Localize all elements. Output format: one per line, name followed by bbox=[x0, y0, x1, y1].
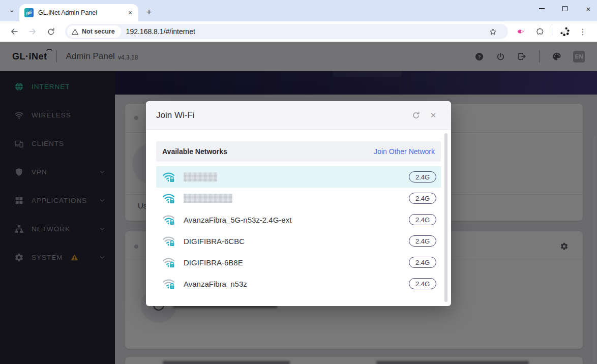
join-wifi-modal: Join Wi-Fi ✕ Available Networks Join Oth… bbox=[146, 101, 451, 306]
wifi-lock-icon bbox=[162, 235, 175, 247]
close-icon[interactable]: ✕ bbox=[429, 111, 438, 120]
network-ssid-redacted bbox=[184, 172, 217, 181]
back-icon[interactable] bbox=[8, 25, 21, 38]
browser-tab[interactable]: gli GL.iNet Admin Panel × bbox=[19, 4, 138, 21]
extension-pink-icon[interactable] bbox=[515, 25, 528, 38]
available-networks-bar: Available Networks Join Other Network bbox=[156, 141, 441, 162]
network-row[interactable]: DIGIFIBRA-6CBC2.4G bbox=[156, 230, 441, 252]
network-ssid: AvanzaFibra_5G-n53z-2.4G-ext bbox=[184, 216, 291, 224]
security-chip[interactable]: Not secure bbox=[67, 25, 121, 38]
toolbar-divider bbox=[552, 27, 552, 36]
reload-icon[interactable] bbox=[44, 25, 57, 38]
network-row[interactable]: 2.4G bbox=[156, 166, 441, 188]
bookmark-star-icon[interactable] bbox=[486, 25, 499, 38]
network-ssid: DIGIFIBRA-6CBC bbox=[184, 237, 245, 246]
wifi-lock-icon bbox=[162, 214, 175, 226]
available-networks-label: Available Networks bbox=[162, 147, 227, 156]
network-list: 2.4G2.4GAvanzaFibra_5G-n53z-2.4G-ext2.4G… bbox=[156, 166, 441, 294]
warning-triangle-icon bbox=[71, 28, 79, 36]
tab-close-icon[interactable]: × bbox=[126, 9, 134, 17]
security-label: Not secure bbox=[82, 28, 115, 35]
modal-header-actions: ✕ bbox=[411, 111, 438, 120]
tab-title: GL.iNet Admin Panel bbox=[38, 9, 126, 16]
window-maximize-button[interactable] bbox=[560, 4, 570, 13]
network-ssid-redacted bbox=[184, 194, 232, 203]
modal-header: Join Wi-Fi ✕ bbox=[146, 101, 451, 130]
wifi-lock-icon bbox=[162, 171, 175, 183]
window-close-button[interactable]: × bbox=[584, 4, 593, 13]
favicon: gli bbox=[24, 8, 34, 17]
modal-title: Join Wi-Fi bbox=[156, 110, 195, 120]
network-row[interactable]: 2.4G bbox=[156, 188, 441, 209]
screen: ⌄ gli GL.iNet Admin Panel × + × Not secu… bbox=[0, 0, 597, 364]
join-other-network-link[interactable]: Join Other Network bbox=[374, 147, 435, 156]
wifi-lock-icon bbox=[162, 256, 175, 268]
network-row[interactable]: AvanzaFibra_n53z2.4G bbox=[156, 273, 441, 294]
wifi-lock-icon bbox=[162, 278, 175, 290]
tab-search-chevron-icon[interactable]: ⌄ bbox=[5, 3, 18, 16]
wifi-lock-icon bbox=[162, 192, 175, 204]
extensions-puzzle-icon[interactable] bbox=[533, 25, 546, 38]
band-badge: 2.4G bbox=[409, 278, 436, 289]
band-badge: 2.4G bbox=[409, 235, 436, 247]
browser-menu-kebab-icon[interactable]: ⋮ bbox=[576, 25, 589, 38]
band-badge: 2.4G bbox=[409, 193, 436, 204]
browser-toolbar: Not secure 192.168.8.1/#/internet ⋮ bbox=[0, 21, 597, 42]
modal-body: Available Networks Join Other Network 2.… bbox=[146, 130, 451, 306]
modal-scrollbar[interactable] bbox=[444, 133, 447, 302]
network-ssid: DIGIFIBRA-6B8E bbox=[184, 258, 243, 267]
gl-inet-app: GL·iNet Admin Panel v4.3.18 ? bbox=[0, 42, 597, 364]
new-tab-button[interactable]: + bbox=[142, 6, 156, 19]
network-ssid: AvanzaFibra_n53z bbox=[184, 280, 247, 288]
window-minimize-button[interactable] bbox=[537, 4, 546, 13]
url-text: 192.168.8.1/#/internet bbox=[126, 27, 195, 36]
network-row[interactable]: DIGIFIBRA-6B8E2.4G bbox=[156, 252, 441, 273]
forward-icon[interactable] bbox=[26, 25, 39, 38]
extension-dots-icon[interactable] bbox=[558, 25, 571, 38]
band-badge: 2.4G bbox=[409, 257, 436, 268]
band-badge: 2.4G bbox=[409, 214, 436, 225]
network-row[interactable]: AvanzaFibra_5G-n53z-2.4G-ext2.4G bbox=[156, 209, 441, 230]
browser-tab-strip: ⌄ gli GL.iNet Admin Panel × + × bbox=[0, 0, 597, 21]
band-badge: 2.4G bbox=[409, 171, 436, 183]
maximize-icon bbox=[562, 6, 568, 11]
refresh-icon[interactable] bbox=[411, 111, 421, 120]
address-bar[interactable]: Not secure 192.168.8.1/#/internet bbox=[65, 24, 508, 39]
minimize-icon bbox=[539, 8, 545, 9]
window-controls: × bbox=[537, 0, 593, 17]
